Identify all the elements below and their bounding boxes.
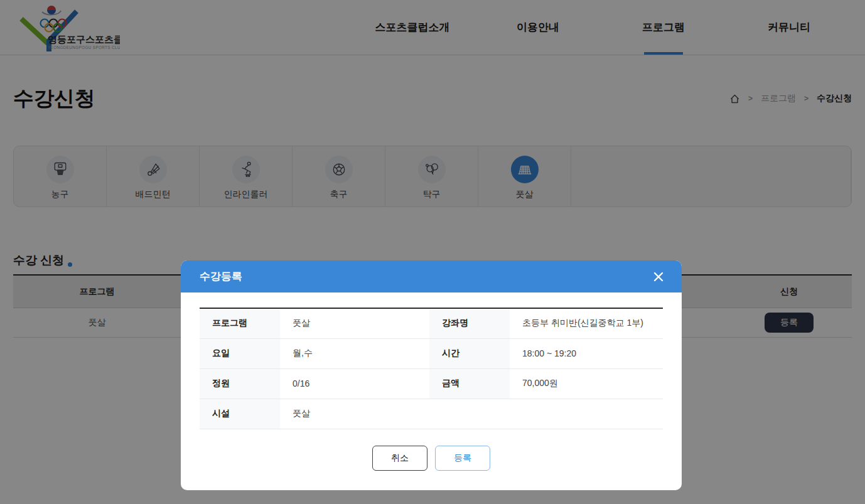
table-row: 프로그램 풋살 강좌명 초등부 취미반(신길중학교 1부) <box>200 308 663 338</box>
field-label-course: 강좌명 <box>429 308 510 338</box>
registration-modal: 수강등록 프로그램 풋살 강좌명 초등부 취미반(신길중학교 1부) 요일 월,… <box>181 260 682 490</box>
field-value-capacity: 0/16 <box>280 368 429 399</box>
field-value-course: 초등부 취미반(신길중학교 1부) <box>510 308 663 338</box>
modal-header: 수강등록 <box>181 260 682 292</box>
registration-detail-table: 프로그램 풋살 강좌명 초등부 취미반(신길중학교 1부) 요일 월,수 시간 … <box>200 308 663 429</box>
field-label-program: 프로그램 <box>200 308 280 338</box>
submit-register-button[interactable]: 등록 <box>435 446 490 471</box>
field-label-capacity: 정원 <box>200 368 280 399</box>
field-value-price: 70,000원 <box>510 368 663 399</box>
cancel-button[interactable]: 취소 <box>372 446 427 471</box>
modal-actions: 취소 등록 <box>181 446 682 471</box>
table-row: 요일 월,수 시간 18:00 ~ 19:20 <box>200 338 663 368</box>
field-label-price: 금액 <box>429 368 510 399</box>
field-value-program: 풋살 <box>280 308 429 338</box>
modal-title: 수강등록 <box>200 269 242 284</box>
field-label-facility: 시설 <box>200 399 280 429</box>
field-value-time: 18:00 ~ 19:20 <box>510 338 663 368</box>
table-row: 시설 풋살 <box>200 399 663 429</box>
field-value-facility: 풋살 <box>280 399 663 429</box>
field-label-days: 요일 <box>200 338 280 368</box>
field-label-time: 시간 <box>429 338 510 368</box>
field-value-days: 월,수 <box>280 338 429 368</box>
close-icon[interactable] <box>653 271 664 282</box>
table-row: 정원 0/16 금액 70,000원 <box>200 368 663 399</box>
